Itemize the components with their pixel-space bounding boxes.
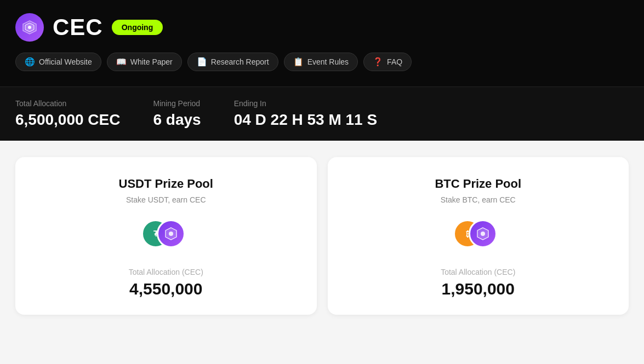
usdt-pool-subtitle: Stake USDT, earn CEC	[32, 195, 300, 204]
project-name: CEC	[53, 14, 103, 41]
clipboard-icon: 📋	[293, 57, 304, 67]
stats-bar: Total Allocation 6,500,000 CEC Mining Pe…	[0, 86, 644, 141]
nav-link-research-report[interactable]: 📄 Research Report	[187, 53, 278, 71]
btc-allocation-value: 1,950,000	[344, 280, 613, 298]
mining-period-stat: Mining Period 6 days	[153, 99, 201, 129]
btc-pool-title: BTC Prize Pool	[344, 177, 613, 191]
project-logo	[15, 13, 44, 42]
btc-icon-group: ₿	[453, 219, 503, 252]
usdt-allocation-value: 4,550,000	[32, 280, 300, 298]
mining-period-label: Mining Period	[153, 99, 201, 108]
total-allocation-value: 6,500,000 CEC	[15, 111, 120, 129]
nav-links: 🌐 Official Website 📖 White Paper 📄 Resea…	[15, 53, 629, 71]
svg-point-6	[169, 232, 173, 236]
usdt-pool-title: USDT Prize Pool	[32, 177, 300, 191]
total-allocation-stat: Total Allocation 6,500,000 CEC	[15, 99, 120, 129]
btc-cec-coin-icon	[469, 219, 497, 248]
hero-section: CEC Ongoing 🌐 Official Website 📖 White P…	[0, 0, 644, 86]
btc-pool-card: BTC Prize Pool Stake BTC, earn CEC ₿	[328, 157, 629, 315]
status-badge: Ongoing	[112, 20, 163, 35]
usdt-allocation-label: Total Allocation (CEC)	[32, 268, 300, 276]
svg-point-10	[481, 232, 485, 236]
nav-link-label: Official Website	[39, 57, 92, 66]
document-icon: 📄	[197, 57, 207, 67]
nav-link-label: Research Report	[211, 57, 269, 66]
nav-link-white-paper[interactable]: 📖 White Paper	[107, 53, 182, 71]
usdt-pool-icons: ₮	[32, 219, 300, 252]
ending-in-label: Ending In	[234, 99, 377, 108]
total-allocation-label: Total Allocation	[15, 99, 120, 108]
btc-pool-icons: ₿	[344, 219, 613, 252]
nav-link-faq[interactable]: ❓ FAQ	[363, 53, 412, 71]
nav-link-label: White Paper	[130, 57, 173, 66]
mining-period-value: 6 days	[153, 111, 201, 129]
usdt-icon-group: ₮	[141, 219, 191, 252]
globe-icon: 🌐	[25, 57, 35, 67]
nav-link-event-rules[interactable]: 📋 Event Rules	[284, 53, 358, 71]
nav-link-label: FAQ	[387, 57, 402, 66]
svg-point-2	[28, 26, 31, 29]
nav-link-label: Event Rules	[307, 57, 349, 66]
btc-allocation-label: Total Allocation (CEC)	[344, 268, 613, 276]
btc-pool-subtitle: Stake BTC, earn CEC	[344, 195, 613, 204]
usdt-pool-card: USDT Prize Pool Stake USDT, earn CEC ₮	[15, 157, 317, 315]
hero-top: CEC Ongoing	[15, 13, 629, 42]
usdt-cec-coin-icon	[157, 219, 185, 248]
question-icon: ❓	[373, 57, 383, 67]
ending-in-value: 04 D 22 H 53 M 11 S	[234, 111, 377, 129]
book-icon: 📖	[116, 57, 127, 67]
pools-grid: USDT Prize Pool Stake USDT, earn CEC ₮	[15, 157, 629, 315]
main-content: USDT Prize Pool Stake USDT, earn CEC ₮	[0, 141, 644, 331]
nav-link-official-website[interactable]: 🌐 Official Website	[15, 53, 101, 71]
ending-in-stat: Ending In 04 D 22 H 53 M 11 S	[234, 99, 377, 129]
